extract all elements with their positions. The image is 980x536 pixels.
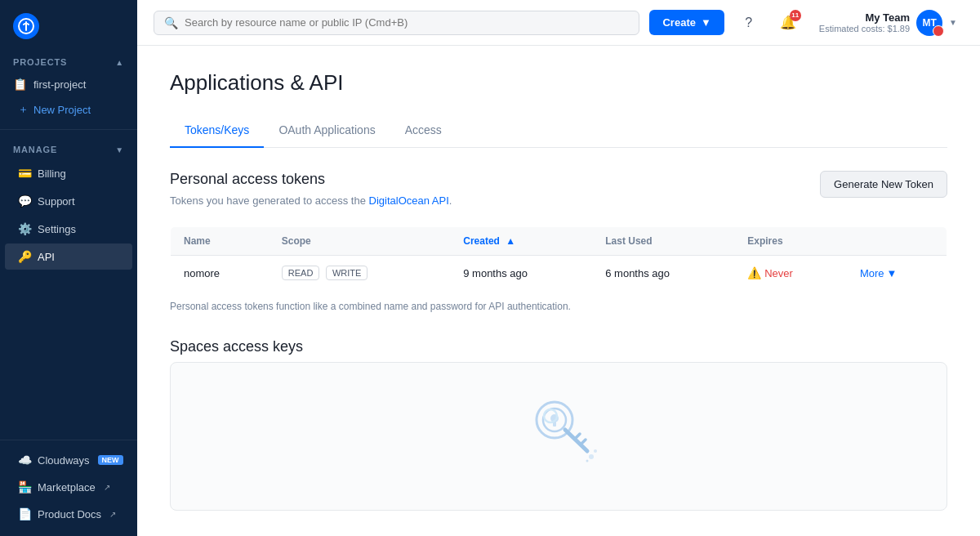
projects-chevron-icon: ▲ (115, 58, 124, 67)
manage-label: MANAGE (13, 145, 57, 154)
sidebar-divider-1 (0, 129, 137, 130)
personal-tokens-header: Personal access tokens Tokens you have g… (170, 171, 947, 220)
tab-oauth-applications[interactable]: OAuth Applications (264, 115, 390, 148)
spaces-keys-title: Spaces access keys (170, 338, 947, 355)
warning-icon: ⚠️ (747, 266, 761, 279)
search-input[interactable] (185, 16, 629, 29)
token-last-used-cell: 6 months ago (592, 256, 734, 291)
expires-warning: ⚠️ Never (747, 266, 834, 279)
tab-tokens-keys[interactable]: Tokens/Keys (170, 115, 264, 148)
user-menu[interactable]: My Team Estimated costs: $1.89 MT ▼ (813, 7, 964, 39)
token-expires-cell: ⚠️ Never (734, 256, 847, 291)
token-footnote: Personal access tokens function like a c… (170, 301, 947, 312)
search-icon: 🔍 (164, 16, 178, 29)
cloudways-icon: ☁️ (18, 453, 31, 467)
col-name: Name (171, 227, 269, 256)
tab-access[interactable]: Access (390, 115, 457, 148)
sidebar-item-support[interactable]: 💬 Support (5, 188, 132, 214)
col-expires: Expires (734, 227, 847, 256)
sort-asc-icon: ▲ (506, 235, 515, 247)
token-more-button[interactable]: More ▼ (860, 267, 898, 279)
tab-access-label: Access (405, 123, 442, 136)
logo-icon (13, 13, 39, 39)
sidebar-item-settings[interactable]: ⚙️ Settings (5, 216, 132, 242)
create-button[interactable]: Create ▼ (649, 10, 724, 35)
table-row: nomore READ WRITE 9 months ago 6 months … (171, 256, 947, 291)
sidebar: PROJECTS ▲ 📋 first-project ＋ New Project… (0, 0, 137, 536)
product-docs-ext-icon: ↗ (109, 510, 116, 519)
projects-section-header[interactable]: PROJECTS ▲ (0, 49, 137, 72)
tabs: Tokens/Keys OAuth Applications Access (170, 115, 947, 148)
user-name: My Team (819, 11, 910, 24)
sidebar-item-product-docs[interactable]: 📄 Product Docs ↗ (5, 501, 132, 527)
avatar: MT (916, 10, 942, 36)
manage-section-header[interactable]: MANAGE ▼ (0, 136, 137, 159)
scope-write-badge: WRITE (326, 266, 368, 280)
token-expires: Never (764, 267, 793, 279)
settings-label: Settings (38, 223, 76, 235)
token-table-header-row: Name Scope Created ▲ Last Used Expires (171, 227, 947, 256)
key-illustration (510, 387, 608, 485)
digitalocean-api-link[interactable]: DigitalOcean API (369, 194, 449, 207)
spaces-section: Spaces access keys (170, 338, 947, 511)
personal-tokens-title: Personal access tokens (170, 171, 452, 188)
token-table-body: nomore READ WRITE 9 months ago 6 months … (171, 256, 947, 291)
svg-point-9 (589, 454, 594, 459)
api-label: API (38, 251, 55, 263)
sidebar-item-cloudways[interactable]: ☁️ Cloudways NEW (5, 447, 132, 473)
col-last-used: Last Used (592, 227, 734, 256)
page-title: Applications & API (170, 70, 947, 96)
api-link-text: DigitalOcean API (369, 194, 449, 207)
sidebar-item-marketplace[interactable]: 🏪 Marketplace ↗ (5, 474, 132, 500)
marketplace-ext-icon: ↗ (104, 483, 110, 492)
product-docs-icon: 📄 (18, 507, 31, 520)
spaces-keys-box (170, 362, 947, 511)
token-name: nomore (184, 267, 220, 279)
marketplace-label: Marketplace (38, 481, 96, 494)
help-icon: ? (745, 16, 752, 30)
svg-line-6 (575, 434, 580, 439)
tab-tokens-keys-label: Tokens/Keys (185, 123, 249, 136)
sidebar-bottom: ☁️ Cloudways NEW 🏪 Marketplace ↗ 📄 Produ… (0, 433, 137, 536)
billing-icon: 💳 (18, 167, 31, 180)
sidebar-logo[interactable] (0, 0, 137, 49)
plus-icon: ＋ (18, 102, 29, 117)
help-button[interactable]: ? (734, 8, 764, 38)
col-created-label: Created (463, 235, 500, 247)
col-created[interactable]: Created ▲ (450, 227, 592, 256)
content-area: Applications & API Tokens/Keys OAuth App… (137, 46, 980, 536)
new-badge: NEW (98, 455, 123, 465)
generate-token-button[interactable]: Generate New Token (820, 171, 947, 198)
col-last-used-label: Last Used (605, 235, 652, 247)
personal-tokens-desc: Tokens you have generated to access the … (170, 194, 452, 207)
svg-point-11 (586, 460, 589, 462)
product-docs-label: Product Docs (38, 508, 101, 520)
projects-label: PROJECTS (13, 57, 67, 67)
col-name-label: Name (184, 235, 211, 247)
user-info: My Team Estimated costs: $1.89 (819, 11, 910, 34)
col-scope-label: Scope (282, 235, 311, 247)
user-chevron-icon: ▼ (949, 18, 957, 27)
header: 🔍 Create ▼ ? 🔔 11 My Team Estimated cost… (137, 0, 980, 46)
token-created-cell: 9 months ago (450, 256, 592, 291)
desc-prefix: Tokens you have generated to access the (170, 194, 369, 207)
col-actions (847, 227, 947, 256)
support-icon: 💬 (18, 194, 31, 208)
sidebar-item-api[interactable]: 🔑 API (5, 243, 132, 270)
token-created: 9 months ago (463, 267, 528, 279)
col-scope: Scope (269, 227, 450, 256)
desc-suffix: . (449, 194, 452, 207)
manage-chevron-icon: ▼ (115, 145, 124, 154)
billing-label: Billing (38, 168, 66, 180)
sidebar-item-first-project[interactable]: 📋 first-project (0, 72, 137, 96)
notifications-button[interactable]: 🔔 11 (773, 8, 803, 38)
create-label: Create (662, 16, 695, 29)
sidebar-item-billing[interactable]: 💳 Billing (5, 160, 132, 186)
search-box[interactable]: 🔍 (154, 11, 639, 35)
token-last-used: 6 months ago (605, 267, 670, 279)
api-icon: 🔑 (18, 250, 31, 263)
new-project-button[interactable]: ＋ New Project (5, 97, 132, 122)
scope-read-badge: READ (282, 266, 320, 280)
project-label: first-project (33, 78, 86, 91)
support-label: Support (38, 195, 75, 208)
